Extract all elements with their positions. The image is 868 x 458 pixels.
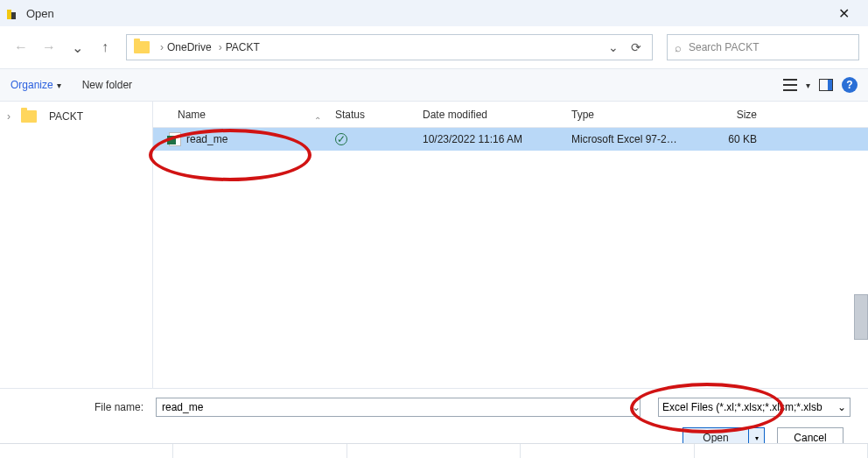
help-icon[interactable]: ? [842,77,858,93]
tree-item-label: PACKT [49,110,83,123]
column-header-status[interactable]: Status [328,109,416,121]
folder-icon [134,41,150,53]
chevron-right-icon: › [219,41,222,53]
folder-tree: › PACKT [0,102,153,391]
search-input[interactable]: ⌕ Search PACKT [667,34,859,60]
breadcrumb[interactable]: OneDrive [167,41,212,53]
column-header-size[interactable]: Size [704,109,774,121]
chevron-right-icon: › [7,110,16,123]
search-icon: ⌕ [675,41,682,54]
new-folder-label: New folder [82,79,132,91]
organize-button[interactable]: Organize ▾ [10,79,61,91]
file-type: Microsoft Excel 97-2… [564,133,704,145]
chevron-down-icon: ▾ [57,81,61,90]
view-options-icon[interactable] [783,79,797,91]
address-history-dropdown[interactable]: ⌄ [605,40,622,54]
organize-label: Organize [10,79,53,91]
background-strip [0,443,868,458]
up-button[interactable]: ↑ [93,35,117,60]
chevron-down-icon: ⌄ [837,401,846,413]
window-title: Open [26,7,54,20]
file-name: read_me [186,133,228,145]
back-button[interactable]: ← [9,35,33,60]
column-headers: Name ⌃ Status Date modified Type Size [153,102,868,128]
file-type-filter[interactable]: Excel Files (*.xl;*.xlsx;*.xlsm;*.xlsb ⌄ [658,398,850,417]
new-folder-button[interactable]: New folder [82,79,132,91]
filename-label: File name: [18,401,149,413]
table-row[interactable]: read_me ✓ 10/23/2022 11:16 AM Microsoft … [153,128,868,151]
file-date: 10/23/2022 11:16 AM [416,133,564,145]
folder-icon [21,110,37,123]
navigation-row: ← → ⌄ ↑ › OneDrive › PACKT ⌄ ⟳ ⌕ Search … [0,26,868,68]
close-icon[interactable]: ✕ [826,5,861,22]
breadcrumb[interactable]: PACKT [226,41,260,53]
sync-status-icon: ✓ [335,133,347,145]
scrollbar-thumb[interactable] [854,294,868,340]
search-placeholder: Search PACKT [689,41,759,53]
file-type-label: Excel Files (*.xl;*.xlsx;*.xlsm;*.xlsb [662,401,822,413]
titlebar: Open ✕ [0,0,868,26]
filename-input[interactable] [156,398,640,417]
app-icon [7,7,19,19]
recent-locations-button[interactable]: ⌄ [65,35,89,60]
column-header-date[interactable]: Date modified [416,109,564,121]
file-list: Name ⌃ Status Date modified Type Size re… [153,102,868,391]
toolbar: Organize ▾ New folder ▾ ? [0,68,868,102]
file-size: 60 KB [704,133,774,145]
column-header-name[interactable]: Name ⌃ [153,109,328,121]
preview-pane-icon[interactable] [819,79,833,91]
excel-file-icon [169,132,181,146]
forward-button[interactable]: → [37,35,61,60]
address-bar[interactable]: › OneDrive › PACKT ⌄ ⟳ [126,34,653,60]
chevron-right-icon: › [160,41,164,53]
chevron-down-icon[interactable]: ▾ [806,81,810,90]
main-area: › PACKT Name ⌃ Status Date modified Type… [0,102,868,391]
tree-item-packt[interactable]: › PACKT [0,107,152,126]
sort-indicator-icon: ⌃ [314,116,321,125]
column-header-type[interactable]: Type [564,109,704,121]
refresh-button[interactable]: ⟳ [627,40,645,54]
